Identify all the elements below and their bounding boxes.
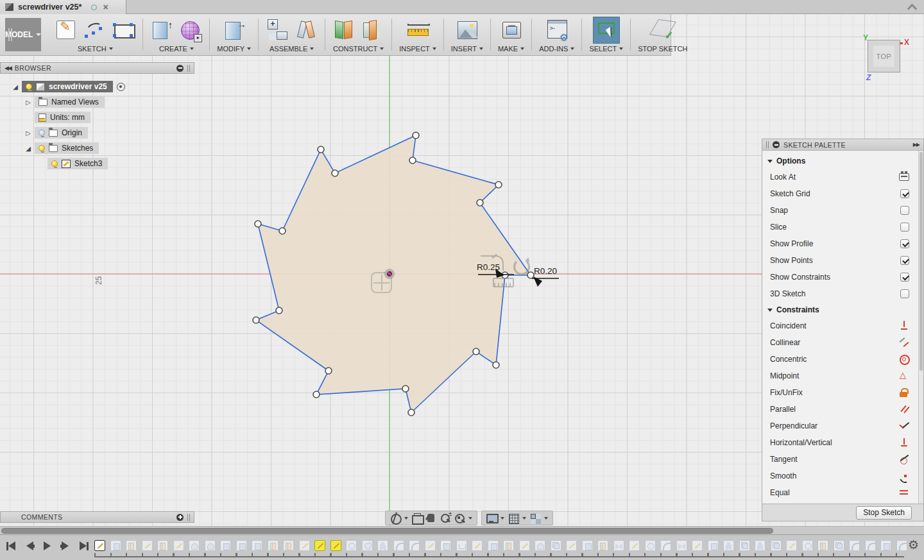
palette-constraint-horizontal-vertical[interactable]: Horizontal/Vertical (762, 434, 923, 451)
assemble-new-component-icon[interactable] (266, 18, 289, 42)
browser-node-sketch3[interactable]: Sketch3 (0, 156, 199, 171)
zoom-icon[interactable] (440, 513, 451, 524)
timeline-feature-mirror-icon[interactable] (157, 540, 168, 551)
timeline-settings-gear-icon[interactable]: ⚙ (908, 539, 919, 551)
timeline-feature-revolve-icon[interactable] (645, 540, 656, 551)
browser-node-named-views[interactable]: ▷Named Views (0, 94, 199, 110)
palette-constraint-concentric[interactable]: Concentric (762, 351, 923, 368)
timeline-feature-sketch-icon[interactable] (519, 540, 530, 551)
inspect-measure-icon[interactable] (406, 18, 429, 42)
timeline-feature-extrude-icon[interactable] (708, 540, 719, 551)
viewports-icon[interactable] (529, 513, 541, 524)
concentric-icon[interactable] (899, 354, 909, 364)
make-3dprint-icon[interactable] (500, 18, 523, 42)
timeline-feature-sketch-icon[interactable] (566, 540, 577, 551)
timeline-feature-fillet-icon[interactable] (660, 540, 671, 551)
options-section-header[interactable]: Options (762, 153, 923, 169)
timeline-feature-sketch-icon[interactable] (142, 540, 153, 551)
chevron-down-icon[interactable] (544, 517, 548, 520)
checkbox-unchecked-icon[interactable] (900, 223, 909, 232)
browser-node-units-mm[interactable]: Units: mm (0, 110, 199, 125)
chevron-down-icon[interactable] (404, 517, 408, 520)
browser-node-screwdriver-v25[interactable]: ◢screwdriver v25 (0, 79, 199, 94)
timeline-feature-sketch-icon[interactable] (425, 540, 436, 551)
timeline-feature-dome-icon[interactable] (535, 540, 545, 551)
timeline-feature-mirror-icon[interactable] (126, 540, 137, 551)
checkbox-checked-icon[interactable] (900, 239, 909, 248)
spline-icon[interactable] (83, 18, 107, 42)
tab-close-icon[interactable]: × (103, 3, 108, 12)
palette-option-3d-sketch[interactable]: 3D Sketch (762, 285, 923, 302)
timeline-feature-sketch-icon[interactable] (786, 540, 797, 551)
timeline-feature-sketch-icon[interactable] (629, 540, 640, 551)
perpendicular-icon[interactable] (899, 421, 909, 431)
timeline-feature-fillet-icon[interactable] (849, 540, 860, 551)
coincident-icon[interactable] (899, 321, 909, 331)
palette-constraint-perpendicular[interactable]: Perpendicular (762, 418, 923, 434)
timeline-feature-extrude-icon[interactable] (220, 540, 231, 551)
create-box-icon[interactable] (150, 18, 173, 42)
display-settings-icon[interactable] (486, 513, 497, 524)
node-label-chip[interactable]: screwdriver v25 (22, 81, 113, 92)
palette-option-sketch-grid[interactable]: Sketch Grid (762, 185, 923, 202)
timeline-feature-combine-icon[interactable] (834, 540, 844, 551)
node-label-chip[interactable]: Named Views (35, 96, 105, 108)
timeline-feature-combine-icon[interactable] (551, 540, 561, 551)
expand-panel-icon[interactable]: ▶▶ (913, 142, 920, 148)
node-label-chip[interactable]: Sketch3 (47, 158, 108, 169)
browser-node-origin[interactable]: ▷Origin (0, 125, 199, 140)
document-tab[interactable]: screwdriver v25* × (0, 0, 126, 14)
equal-icon[interactable] (899, 488, 909, 498)
timeline-feature-revolve-icon[interactable] (346, 540, 357, 551)
palette-option-show-constraints[interactable]: Show Constraints (762, 269, 923, 285)
create-form-icon[interactable] (179, 18, 202, 42)
minimize-panel-icon[interactable] (773, 141, 780, 148)
checkbox-unchecked-icon[interactable] (900, 289, 909, 298)
timeline-feature-extrude-icon[interactable] (110, 540, 121, 551)
palette-option-slice[interactable]: Slice (762, 219, 923, 235)
timeline-scrollbar[interactable] (0, 526, 924, 534)
visibility-bulb-icon[interactable] (51, 160, 58, 167)
timeline-feature-fillet-icon[interactable] (896, 540, 907, 551)
expand-arrow-icon[interactable]: ◢ (24, 145, 32, 152)
timeline-feature-extrude-icon[interactable] (488, 540, 499, 551)
timeline-feature-extrude-icon[interactable] (440, 540, 451, 551)
orbit-icon[interactable] (389, 513, 401, 524)
panel-grip-icon[interactable] (187, 65, 190, 72)
chevron-down-icon[interactable] (522, 517, 526, 520)
fix-unfix-icon[interactable] (899, 387, 909, 398)
sketch-create-icon[interactable] (55, 18, 78, 42)
toolbar-group-label[interactable]: STOP SKETCH (638, 45, 687, 53)
toolbar-group-label[interactable]: CONSTRUCT (333, 45, 384, 53)
node-label-chip[interactable]: Units: mm (35, 112, 90, 123)
node-label-chip[interactable]: Origin (35, 127, 88, 139)
workspace-switcher-button[interactable]: MODEL (5, 18, 41, 51)
browser-node-sketches[interactable]: ◢Sketches (0, 140, 199, 156)
timeline-feature-sketch-icon[interactable] (472, 540, 483, 551)
palette-constraint-parallel[interactable]: Parallel (762, 401, 923, 418)
select-icon[interactable] (593, 17, 620, 44)
timeline-feature-extrude-icon[interactable] (582, 540, 593, 551)
fit-icon[interactable] (454, 513, 465, 524)
timeline-feature-pattern-icon[interactable] (755, 540, 766, 551)
grid-settings-icon[interactable] (508, 513, 519, 524)
midpoint-icon[interactable] (899, 371, 909, 381)
modify-press-pull-icon[interactable] (223, 18, 246, 42)
collinear-icon[interactable] (899, 337, 909, 348)
checkbox-checked-icon[interactable] (900, 273, 909, 282)
expand-arrow-icon[interactable]: ◢ (12, 83, 19, 90)
timeline-feature-split-icon[interactable] (362, 540, 373, 551)
palette-scrollbar[interactable] (918, 151, 923, 504)
timeline-feature-mirror-icon[interactable] (268, 540, 278, 551)
chevron-down-icon[interactable] (501, 517, 504, 520)
parallel-icon[interactable] (899, 404, 909, 414)
panel-grip-icon[interactable] (187, 514, 190, 521)
toolbar-group-label[interactable]: INSPECT (399, 45, 436, 53)
timeline-feature-fillet-icon[interactable] (409, 540, 420, 551)
chevron-down-icon[interactable] (468, 517, 472, 520)
toolbar-group-label[interactable]: ADD-INS (539, 45, 574, 53)
comments-header[interactable]: COMMENTS (0, 511, 194, 523)
play-icon[interactable] (42, 541, 53, 551)
smooth-icon[interactable] (899, 471, 909, 481)
look-at-icon[interactable] (899, 173, 909, 181)
